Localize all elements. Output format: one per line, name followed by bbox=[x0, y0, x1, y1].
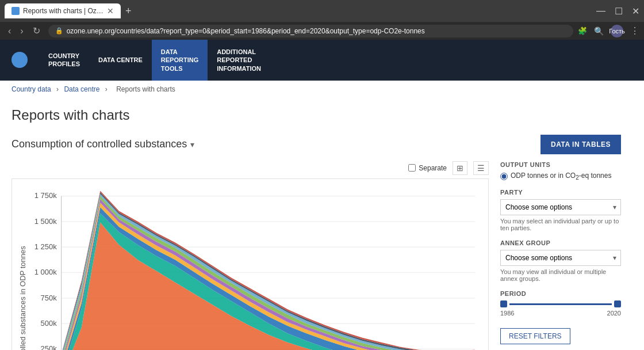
breadcrumb-sep-2: › bbox=[105, 85, 108, 93]
back-btn[interactable]: ‹ bbox=[5, 24, 14, 37]
party-hint: You may select an individual party or up… bbox=[500, 218, 621, 231]
controls-area: OUTPUT UNITS ODP tonnes or in CO2-eq ton… bbox=[500, 161, 621, 344]
chart-container: 1 750k 1 500k 1 250k 1 000k 750k 500k 25… bbox=[12, 178, 489, 350]
breadcrumb-data-centre[interactable]: Data centre bbox=[64, 85, 99, 93]
svg-text:750k: 750k bbox=[41, 294, 57, 302]
party-select[interactable]: Choose some options bbox=[500, 199, 621, 215]
party-label: PARTY bbox=[500, 189, 621, 196]
site-navigation: COUNTRY PROFILES DATA CENTRE DATA REPORT… bbox=[0, 40, 644, 81]
period-end-label: 2020 bbox=[607, 310, 621, 317]
svg-text:1 750k: 1 750k bbox=[34, 191, 57, 200]
svg-text:Consumption of controlled subs: Consumption of controlled substances in … bbox=[18, 246, 27, 350]
period-group: PERIOD 1986 2020 bbox=[500, 290, 621, 317]
annex-group-select-wrapper: Choose some options ▾ bbox=[500, 250, 621, 266]
breadcrumb: Country data › Data centre › Reports wit… bbox=[12, 81, 621, 98]
reload-btn[interactable]: ↻ bbox=[29, 24, 44, 37]
chart-controls: Separate ⊞ ☰ bbox=[12, 161, 489, 175]
report-section: Separate ⊞ ☰ 1 750k 1 500k 1 250k 1 000k… bbox=[12, 161, 621, 350]
annex-group-group: ANNEX GROUP Choose some options ▾ You ma… bbox=[500, 239, 621, 282]
output-units-radio[interactable] bbox=[500, 173, 508, 180]
output-units-options: ODP tonnes or in CO2-eq tonnes bbox=[500, 172, 621, 181]
dropdown-arrow-icon: ▾ bbox=[190, 140, 194, 149]
output-units-group: OUTPUT UNITS ODP tonnes or in CO2-eq ton… bbox=[500, 161, 621, 181]
separate-checkbox-label[interactable]: Separate bbox=[408, 164, 447, 172]
new-tab-btn[interactable]: + bbox=[125, 6, 132, 16]
chart-svg: 1 750k 1 500k 1 250k 1 000k 750k 500k 25… bbox=[18, 185, 482, 350]
party-group: PARTY Choose some options ▾ You may sele… bbox=[500, 189, 621, 231]
url-text: ozone.unep.org/countries/data?report_typ… bbox=[67, 27, 425, 35]
period-label: PERIOD bbox=[500, 290, 621, 297]
period-end-thumb[interactable] bbox=[614, 300, 621, 307]
svg-text:500k: 500k bbox=[41, 319, 57, 328]
report-title-text: Consumption of controlled substances bbox=[12, 138, 187, 150]
data-in-tables-button[interactable]: DATA IN TABLES bbox=[540, 135, 621, 154]
separate-checkbox[interactable] bbox=[408, 164, 416, 172]
annex-group-label: ANNEX GROUP bbox=[500, 239, 621, 246]
nav-item-data-centre[interactable]: DATA CENTRE bbox=[89, 40, 152, 81]
period-start-label: 1986 bbox=[500, 310, 514, 317]
output-units-odp-label: ODP tonnes or in CO2-eq tonnes bbox=[511, 172, 611, 181]
party-select-wrapper: Choose some options ▾ bbox=[500, 199, 621, 215]
period-start-thumb[interactable] bbox=[500, 300, 507, 307]
reset-filters-button[interactable]: RESET FILTERS bbox=[500, 328, 570, 344]
chart-area: Separate ⊞ ☰ 1 750k 1 500k 1 250k 1 000k… bbox=[12, 161, 489, 350]
maximize-btn[interactable]: ☐ bbox=[615, 6, 623, 17]
browser-tab[interactable]: Reports with charts | Ozone Sec... ✕ bbox=[5, 3, 121, 18]
main-content: Country data › Data centre › Reports wit… bbox=[0, 81, 632, 350]
close-btn[interactable]: ✕ bbox=[632, 6, 639, 17]
period-slider-labels: 1986 2020 bbox=[500, 310, 621, 317]
breadcrumb-sep-1: › bbox=[56, 85, 59, 93]
address-bar: ‹ › ↻ 🔒 ozone.unep.org/countries/data?re… bbox=[0, 22, 644, 40]
svg-text:1 500k: 1 500k bbox=[34, 217, 57, 226]
breadcrumb-current: Reports with charts bbox=[116, 85, 175, 93]
url-bar[interactable]: 🔒 ozone.unep.org/countries/data?report_t… bbox=[48, 25, 573, 37]
period-track bbox=[509, 303, 612, 305]
tab-close-btn[interactable]: ✕ bbox=[107, 6, 114, 16]
chart-menu-btn[interactable]: ☰ bbox=[473, 161, 489, 175]
svg-text:1 250k: 1 250k bbox=[34, 242, 57, 251]
tab-favicon bbox=[12, 7, 20, 15]
logo-image bbox=[12, 52, 28, 68]
breadcrumb-country-data[interactable]: Country data bbox=[12, 85, 51, 93]
user-avatar[interactable]: Гость bbox=[611, 25, 623, 37]
chart-grid-view-btn[interactable]: ⊞ bbox=[453, 161, 467, 175]
nav-buttons: ‹ › ↻ bbox=[5, 24, 44, 37]
security-lock-icon: 🔒 bbox=[55, 27, 63, 35]
page-title: Reports with charts bbox=[12, 107, 621, 123]
output-units-label: OUTPUT UNITS bbox=[500, 161, 621, 168]
nav-items: COUNTRY PROFILES DATA CENTRE DATA REPORT… bbox=[39, 40, 270, 81]
forward-btn[interactable]: › bbox=[17, 24, 26, 37]
search-icon[interactable]: 🔍 bbox=[594, 26, 604, 36]
menu-icon[interactable]: ⋮ bbox=[630, 25, 639, 36]
annex-group-hint: You may view all individual or multiple … bbox=[500, 268, 621, 282]
nav-item-data-reporting-tools[interactable]: DATA REPORTING TOOLS bbox=[152, 40, 208, 81]
browser-chrome: Reports with charts | Ozone Sec... ✕ + —… bbox=[0, 0, 644, 22]
browser-controls: — ☐ ✕ bbox=[596, 6, 639, 17]
browser-toolbar: 🧩 🔍 Гость ⋮ bbox=[578, 25, 639, 37]
annex-group-select[interactable]: Choose some options bbox=[500, 250, 621, 266]
site-logo bbox=[0, 40, 39, 81]
period-slider: 1986 2020 bbox=[500, 300, 621, 317]
output-units-odp-option[interactable]: ODP tonnes or in CO2-eq tonnes bbox=[500, 172, 621, 181]
svg-text:1 000k: 1 000k bbox=[34, 268, 57, 276]
extensions-icon: 🧩 bbox=[578, 26, 587, 35]
report-header: Consumption of controlled substances ▾ D… bbox=[12, 135, 621, 154]
nav-item-country-profiles[interactable]: COUNTRY PROFILES bbox=[39, 40, 89, 81]
nav-item-additional-info[interactable]: ADDITIONAL REPORTED INFORMATION bbox=[208, 40, 270, 81]
svg-text:250k: 250k bbox=[41, 344, 57, 350]
tab-title: Reports with charts | Ozone Sec... bbox=[23, 7, 103, 15]
minimize-btn[interactable]: — bbox=[596, 6, 605, 16]
separate-label: Separate bbox=[419, 164, 447, 172]
report-title: Consumption of controlled substances ▾ bbox=[12, 138, 194, 150]
